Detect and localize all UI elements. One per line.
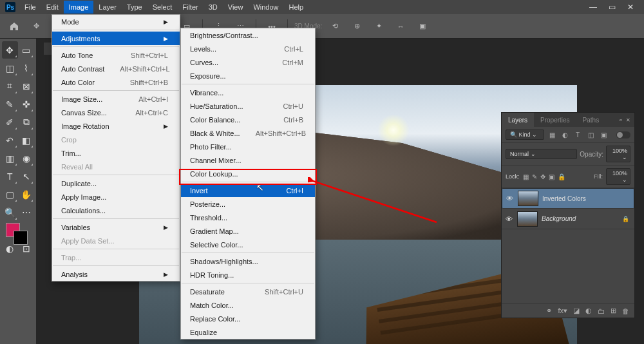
menu-image-rotation[interactable]: Image Rotation▶ [52,119,180,133]
adj-vibrance[interactable]: Vibrance... [181,86,315,99]
minimize-button[interactable]: — [589,3,597,12]
maximize-button[interactable]: ▭ [609,3,616,12]
menu-crop[interactable]: Crop [52,133,180,146]
menu-mode[interactable]: Mode▶ [52,15,180,28]
blur-tool[interactable]: ◉ [19,149,35,167]
history-brush-tool[interactable]: ↶ [2,131,18,149]
adj-match-color[interactable]: Match Color... [181,298,315,312]
visibility-toggle-icon[interactable]: 👁 [504,215,513,223]
adj-invert[interactable]: InvertCtrl+I [181,184,315,197]
lock-all-icon[interactable]: 🔒 [558,173,565,180]
menu-edit[interactable]: Edit [41,1,64,14]
layer-mask-icon[interactable]: ◪ [573,307,580,315]
lock-paint-icon[interactable]: ✎ [532,173,537,180]
adj-shadows-highlights[interactable]: Shadows/Highlights... [181,254,315,268]
gradient-tool[interactable]: ▥ [2,149,18,167]
menu-analysis[interactable]: Analysis▶ [52,267,180,281]
adj-posterize[interactable]: Posterize... [181,197,315,211]
lock-position-icon[interactable]: ✥ [540,173,545,180]
layer-row[interactable]: 👁 Inverted Colors [502,188,634,209]
adj-replace-color[interactable]: Replace Color... [181,312,315,325]
camera-3d-icon[interactable]: ▣ [413,17,431,35]
adj-desaturate[interactable]: DesaturateShift+Ctrl+U [181,285,315,298]
filter-pixel-icon[interactable]: ▦ [547,130,557,139]
menu-3d[interactable]: 3D [204,1,223,14]
menu-trap[interactable]: Trap... [52,251,180,264]
menu-file[interactable]: File [19,1,41,14]
layer-thumbnail[interactable] [517,211,538,227]
healing-tool[interactable]: ✜ [19,95,35,113]
adj-photo-filter[interactable]: Photo Filter... [181,140,315,153]
menu-view[interactable]: View [223,1,249,14]
adj-hue-saturation[interactable]: Hue/Saturation...Ctrl+U [181,99,315,113]
home-button[interactable] [5,17,23,35]
adj-gradient-map[interactable]: Gradient Map... [181,224,315,238]
menu-adjustments[interactable]: Adjustments▶ [52,32,180,45]
move-tool[interactable]: ✥ [2,41,18,59]
menu-apply-data-set[interactable]: Apply Data Set... [52,234,180,247]
filter-kind-dropdown[interactable]: 🔍 Kind ⌄ [506,129,544,140]
menu-type[interactable]: Type [122,1,147,14]
visibility-toggle-icon[interactable]: 👁 [505,195,514,202]
shape-tool[interactable]: ▢ [2,186,18,203]
filter-smart-icon[interactable]: ▣ [598,130,609,139]
tab-properties[interactable]: Properties [534,113,576,127]
adjustment-layer-icon[interactable]: ◐ [585,307,592,315]
brush-tool[interactable]: ✐ [2,113,18,131]
menu-window[interactable]: Window [248,1,283,14]
blend-mode-dropdown[interactable]: Normal ⌄ [506,149,577,159]
orbit-3d-icon[interactable]: ⟲ [326,17,344,35]
filter-toggle[interactable] [616,131,630,139]
type-tool[interactable]: T [2,167,18,185]
menu-variables[interactable]: Variables▶ [52,220,180,234]
adj-brightness-contrast[interactable]: Brightness/Contrast... [181,28,315,42]
menu-select[interactable]: Select [147,1,178,14]
filter-shape-icon[interactable]: ◫ [585,130,596,139]
menu-image-size[interactable]: Image Size...Alt+Ctrl+I [52,92,180,106]
menu-auto-contrast[interactable]: Auto ContrastAlt+Shift+Ctrl+L [52,62,180,75]
menu-help[interactable]: Help [284,1,309,14]
fill-input[interactable]: 100% ⌄ [606,168,630,185]
roll-3d-icon[interactable]: ⊕ [348,17,366,35]
adj-hdr-toning[interactable]: HDR Toning... [181,268,315,282]
menu-reveal-all[interactable]: Reveal All [52,160,180,173]
adj-exposure[interactable]: Exposure... [181,69,315,82]
layer-thumbnail[interactable] [518,191,538,206]
marquee-tool[interactable]: ◫ [2,59,18,77]
path-tool[interactable]: ↖ [19,167,35,185]
eyedropper-tool[interactable]: ✎ [2,95,18,113]
frame-tool[interactable]: ⊠ [19,77,35,95]
eraser-tool[interactable]: ◧ [19,131,35,149]
pan-3d-icon[interactable]: ✦ [370,17,388,35]
menu-image[interactable]: Image [64,1,94,14]
clone-tool[interactable]: ⧉ [19,113,35,131]
menu-duplicate[interactable]: Duplicate... [52,177,180,190]
lasso-tool[interactable]: ⌇ [19,59,35,77]
adj-levels[interactable]: Levels...Ctrl+L [181,42,315,55]
adj-color-balance[interactable]: Color Balance...Ctrl+B [181,113,315,126]
adj-selective-color[interactable]: Selective Color... [181,238,315,251]
artboard-tool[interactable]: ▭ [19,41,35,59]
filter-adjustment-icon[interactable]: ◐ [560,130,570,139]
edit-toolbar[interactable]: ⋯ [19,204,35,221]
link-layers-icon[interactable]: ⚭ [546,307,552,315]
delete-layer-icon[interactable]: 🗑 [622,307,629,315]
adj-black-white[interactable]: Black & White...Alt+Shift+Ctrl+B [181,126,315,140]
slide-3d-icon[interactable]: ↔ [392,17,410,35]
layer-row[interactable]: 👁 Background 🔒 [502,209,634,229]
adj-channel-mixer[interactable]: Channel Mixer... [181,153,315,167]
group-icon[interactable]: 🗀 [598,307,605,315]
quick-mask-tool[interactable]: ◐ [2,240,18,257]
menu-auto-tone[interactable]: Auto ToneShift+Ctrl+L [52,48,180,62]
adj-equalize[interactable]: Equalize [181,325,315,339]
lock-transparency-icon[interactable]: ▦ [523,173,529,180]
menu-auto-color[interactable]: Auto ColorShift+Ctrl+B [52,75,180,89]
collapse-panel-icon[interactable]: « [620,117,622,123]
layer-name[interactable]: Background [542,215,576,222]
crop-tool[interactable]: ⌗ [2,77,18,95]
menu-apply-image[interactable]: Apply Image... [52,190,180,204]
close-button[interactable]: ✕ [627,3,634,12]
tab-layers[interactable]: Layers [502,113,534,127]
adj-curves[interactable]: Curves...Ctrl+M [181,55,315,69]
new-layer-icon[interactable]: ⊞ [611,307,616,315]
